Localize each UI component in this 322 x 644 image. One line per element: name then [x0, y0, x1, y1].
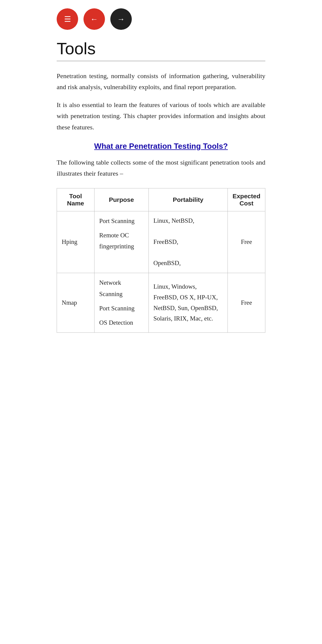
table-header-row: Tool Name Purpose Portability Expected C…	[57, 188, 265, 211]
table-intro-text: The following table collects some of the…	[57, 157, 265, 179]
forward-button[interactable]: →	[110, 8, 132, 30]
menu-button[interactable]: ☰	[57, 8, 78, 30]
col-header-expected-cost: Expected Cost	[228, 188, 265, 211]
table-row: Nmap Network Scanning Port Scanning OS D…	[57, 273, 265, 333]
nmap-purpose-1: Network Scanning	[99, 277, 144, 300]
forward-arrow-icon: →	[117, 15, 125, 24]
title-divider	[57, 61, 265, 61]
col-header-purpose: Purpose	[94, 188, 148, 211]
nmap-purpose: Network Scanning Port Scanning OS Detect…	[94, 273, 148, 333]
hping-purpose-2: Remote OC fingerprinting	[99, 230, 144, 253]
col-header-portability: Portability	[148, 188, 228, 211]
nmap-portability: Linux, Windows, FreeBSD, OS X, HP-UX, Ne…	[148, 273, 228, 333]
col-header-tool-name: Tool Name	[57, 188, 95, 211]
nmap-purpose-3: OS Detection	[99, 317, 144, 329]
hping-portability: Linux, NetBSD,FreeBSD,OpenBSD,	[148, 211, 228, 273]
back-arrow-icon: ←	[90, 15, 98, 24]
table-row: Hping Port Scanning Remote OC fingerprin…	[57, 211, 265, 273]
hping-purpose: Port Scanning Remote OC fingerprinting	[94, 211, 148, 273]
top-navigation: ☰ ← →	[45, 0, 277, 36]
page-title: Tools	[45, 36, 277, 61]
section-heading: What are Penetration Testing Tools?	[57, 142, 265, 151]
content-area: Penetration testing, normally consists o…	[45, 70, 277, 333]
intro-paragraph-1: Penetration testing, normally consists o…	[57, 70, 265, 93]
nmap-purpose-2: Port Scanning	[99, 303, 144, 314]
hping-purpose-1: Port Scanning	[99, 216, 144, 227]
hping-tool-name: Hping	[57, 211, 95, 273]
menu-icon: ☰	[64, 15, 71, 24]
nmap-cost: Free	[228, 273, 265, 333]
hping-cost: Free	[228, 211, 265, 273]
nmap-tool-name: Nmap	[57, 273, 95, 333]
intro-paragraph-2: It is also essential to learn the featur…	[57, 99, 265, 133]
back-button[interactable]: ←	[83, 8, 105, 30]
tools-table: Tool Name Purpose Portability Expected C…	[57, 188, 265, 333]
